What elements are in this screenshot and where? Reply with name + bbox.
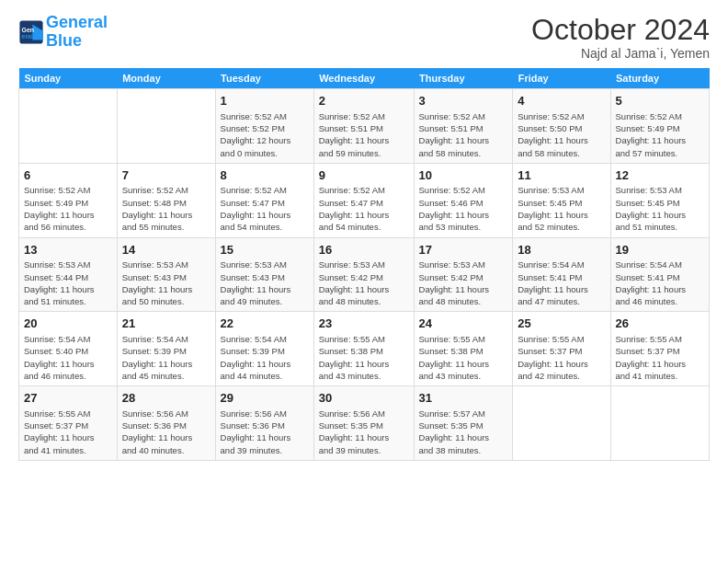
day-info: Sunrise: 5:56 AMSunset: 5:36 PMDaylight:…: [122, 408, 210, 456]
week-row-1: 1Sunrise: 5:52 AMSunset: 5:52 PMDaylight…: [19, 89, 710, 164]
week-row-3: 13Sunrise: 5:53 AMSunset: 5:44 PMDayligh…: [19, 237, 710, 312]
calendar-cell: 28Sunrise: 5:56 AMSunset: 5:36 PMDayligh…: [117, 386, 215, 461]
day-number: 16: [319, 242, 409, 259]
calendar-cell: 19Sunrise: 5:54 AMSunset: 5:41 PMDayligh…: [610, 237, 709, 312]
day-number: 2: [319, 93, 409, 109]
day-info: Sunrise: 5:55 AMSunset: 5:37 PMDaylight:…: [518, 333, 605, 382]
day-number: 13: [24, 242, 112, 259]
weekday-header-row: SundayMondayTuesdayWednesdayThursdayFrid…: [19, 68, 710, 89]
day-info: Sunrise: 5:52 AMSunset: 5:49 PMDaylight:…: [24, 184, 112, 233]
calendar-cell: 23Sunrise: 5:55 AMSunset: 5:38 PMDayligh…: [313, 312, 414, 386]
day-number: 3: [419, 93, 508, 109]
day-info: Sunrise: 5:52 AMSunset: 5:48 PMDaylight:…: [122, 184, 210, 233]
month-title: October 2024: [531, 14, 710, 46]
calendar-cell: 10Sunrise: 5:52 AMSunset: 5:46 PMDayligh…: [414, 163, 513, 237]
calendar-cell: 9Sunrise: 5:52 AMSunset: 5:47 PMDaylight…: [313, 163, 414, 237]
day-info: Sunrise: 5:52 AMSunset: 5:46 PMDaylight:…: [419, 184, 508, 233]
day-number: 26: [616, 316, 704, 332]
calendar-table: SundayMondayTuesdayWednesdayThursdayFrid…: [18, 68, 710, 461]
day-info: Sunrise: 5:52 AMSunset: 5:50 PMDaylight:…: [518, 110, 605, 159]
day-number: 24: [419, 316, 508, 332]
day-number: 20: [24, 316, 112, 332]
day-info: Sunrise: 5:53 AMSunset: 5:45 PMDaylight:…: [518, 184, 605, 233]
day-number: 4: [518, 93, 605, 109]
calendar-cell: [117, 89, 215, 164]
day-info: Sunrise: 5:57 AMSunset: 5:35 PMDaylight:…: [419, 408, 508, 456]
day-info: Sunrise: 5:55 AMSunset: 5:38 PMDaylight:…: [319, 333, 409, 382]
day-info: Sunrise: 5:55 AMSunset: 5:38 PMDaylight:…: [419, 333, 508, 382]
week-row-4: 20Sunrise: 5:54 AMSunset: 5:40 PMDayligh…: [19, 312, 710, 386]
day-number: 22: [221, 316, 309, 332]
calendar-cell: 7Sunrise: 5:52 AMSunset: 5:48 PMDaylight…: [117, 163, 215, 237]
day-info: Sunrise: 5:55 AMSunset: 5:37 PMDaylight:…: [616, 333, 704, 382]
day-info: Sunrise: 5:52 AMSunset: 5:51 PMDaylight:…: [319, 110, 409, 159]
title-block: October 2024 Najd al Jama`i, Yemen: [531, 14, 710, 61]
day-info: Sunrise: 5:53 AMSunset: 5:44 PMDaylight:…: [24, 259, 112, 307]
calendar-cell: 8Sunrise: 5:52 AMSunset: 5:47 PMDaylight…: [215, 163, 313, 237]
calendar-cell: 25Sunrise: 5:55 AMSunset: 5:37 PMDayligh…: [513, 312, 610, 386]
day-number: 31: [419, 390, 508, 407]
calendar-cell: 27Sunrise: 5:55 AMSunset: 5:37 PMDayligh…: [19, 386, 118, 461]
calendar-cell: [19, 89, 118, 164]
calendar-cell: 31Sunrise: 5:57 AMSunset: 5:35 PMDayligh…: [414, 386, 513, 461]
calendar-cell: 22Sunrise: 5:54 AMSunset: 5:39 PMDayligh…: [215, 312, 313, 386]
logo-text: GeneralBlue: [46, 14, 108, 51]
calendar-cell: 3Sunrise: 5:52 AMSunset: 5:51 PMDaylight…: [414, 89, 513, 164]
calendar-cell: 1Sunrise: 5:52 AMSunset: 5:52 PMDaylight…: [215, 89, 313, 164]
day-info: Sunrise: 5:54 AMSunset: 5:40 PMDaylight:…: [24, 333, 112, 382]
calendar-cell: 20Sunrise: 5:54 AMSunset: 5:40 PMDayligh…: [19, 312, 118, 386]
calendar-cell: 6Sunrise: 5:52 AMSunset: 5:49 PMDaylight…: [19, 163, 118, 237]
day-number: 29: [221, 390, 309, 407]
calendar-cell: 24Sunrise: 5:55 AMSunset: 5:38 PMDayligh…: [414, 312, 513, 386]
day-info: Sunrise: 5:53 AMSunset: 5:43 PMDaylight:…: [221, 259, 309, 307]
day-info: Sunrise: 5:52 AMSunset: 5:49 PMDaylight:…: [616, 110, 704, 159]
calendar-cell: [513, 386, 610, 461]
calendar-cell: 15Sunrise: 5:53 AMSunset: 5:43 PMDayligh…: [215, 237, 313, 312]
main-container: Gen eral GeneralBlue October 2024 Najd a…: [0, 0, 728, 470]
calendar-cell: 14Sunrise: 5:53 AMSunset: 5:43 PMDayligh…: [117, 237, 215, 312]
calendar-cell: 2Sunrise: 5:52 AMSunset: 5:51 PMDaylight…: [313, 89, 414, 164]
calendar-cell: 13Sunrise: 5:53 AMSunset: 5:44 PMDayligh…: [19, 237, 118, 312]
calendar-cell: 17Sunrise: 5:53 AMSunset: 5:42 PMDayligh…: [414, 237, 513, 312]
day-number: 15: [221, 242, 309, 259]
weekday-header-wednesday: Wednesday: [313, 68, 414, 89]
week-row-5: 27Sunrise: 5:55 AMSunset: 5:37 PMDayligh…: [19, 386, 710, 461]
logo-icon: Gen eral: [18, 19, 44, 45]
weekday-header-tuesday: Tuesday: [215, 68, 313, 89]
day-number: 25: [518, 316, 605, 332]
day-number: 27: [24, 390, 112, 407]
day-info: Sunrise: 5:54 AMSunset: 5:41 PMDaylight:…: [616, 259, 704, 307]
weekday-header-thursday: Thursday: [414, 68, 513, 89]
day-number: 6: [24, 167, 112, 184]
svg-text:Gen: Gen: [22, 27, 35, 33]
calendar-cell: 30Sunrise: 5:56 AMSunset: 5:35 PMDayligh…: [313, 386, 414, 461]
calendar-cell: 11Sunrise: 5:53 AMSunset: 5:45 PMDayligh…: [513, 163, 610, 237]
svg-text:eral: eral: [22, 33, 34, 40]
day-number: 7: [122, 167, 210, 184]
day-info: Sunrise: 5:53 AMSunset: 5:42 PMDaylight:…: [319, 259, 409, 307]
calendar-cell: 5Sunrise: 5:52 AMSunset: 5:49 PMDaylight…: [610, 89, 709, 164]
day-info: Sunrise: 5:52 AMSunset: 5:47 PMDaylight:…: [319, 184, 409, 233]
day-number: 17: [419, 242, 508, 259]
weekday-header-friday: Friday: [513, 68, 610, 89]
day-info: Sunrise: 5:52 AMSunset: 5:47 PMDaylight:…: [221, 184, 309, 233]
calendar-cell: 4Sunrise: 5:52 AMSunset: 5:50 PMDaylight…: [513, 89, 610, 164]
day-info: Sunrise: 5:55 AMSunset: 5:37 PMDaylight:…: [24, 408, 112, 456]
header: Gen eral GeneralBlue October 2024 Najd a…: [18, 14, 710, 61]
day-number: 9: [319, 167, 409, 184]
day-number: 23: [319, 316, 409, 332]
day-number: 1: [221, 93, 309, 109]
calendar-cell: 18Sunrise: 5:54 AMSunset: 5:41 PMDayligh…: [513, 237, 610, 312]
day-info: Sunrise: 5:53 AMSunset: 5:45 PMDaylight:…: [616, 184, 704, 233]
day-info: Sunrise: 5:53 AMSunset: 5:43 PMDaylight:…: [122, 259, 210, 307]
calendar-cell: 12Sunrise: 5:53 AMSunset: 5:45 PMDayligh…: [610, 163, 709, 237]
day-number: 19: [616, 242, 704, 259]
location-title: Najd al Jama`i, Yemen: [531, 46, 710, 61]
day-number: 21: [122, 316, 210, 332]
day-number: 12: [616, 167, 704, 184]
day-info: Sunrise: 5:54 AMSunset: 5:39 PMDaylight:…: [122, 333, 210, 382]
day-number: 11: [518, 167, 605, 184]
day-info: Sunrise: 5:53 AMSunset: 5:42 PMDaylight:…: [419, 259, 508, 307]
day-number: 30: [319, 390, 409, 407]
day-number: 5: [616, 93, 704, 109]
